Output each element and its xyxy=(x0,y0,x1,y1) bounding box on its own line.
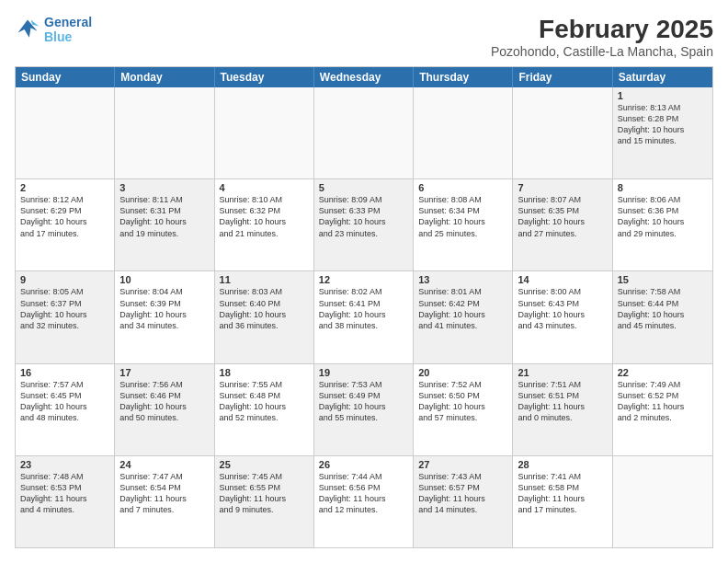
day-number: 17 xyxy=(119,367,209,378)
calendar-cell xyxy=(513,87,612,178)
calendar-cell: 27Sunrise: 7:43 AM Sunset: 6:57 PM Dayli… xyxy=(414,456,513,547)
cell-info: Sunrise: 8:01 AM Sunset: 6:42 PM Dayligh… xyxy=(418,286,507,331)
cell-info: Sunrise: 8:11 AM Sunset: 6:31 PM Dayligh… xyxy=(119,194,209,239)
day-headers: SundayMondayTuesdayWednesdayThursdayFrid… xyxy=(16,67,712,87)
week-row-3: 16Sunrise: 7:57 AM Sunset: 6:45 PM Dayli… xyxy=(16,363,712,455)
day-number: 24 xyxy=(119,459,209,470)
cell-info: Sunrise: 7:44 AM Sunset: 6:56 PM Dayligh… xyxy=(319,471,408,516)
header: General Blue February 2025 Pozohondo, Ca… xyxy=(15,15,713,59)
day-number: 10 xyxy=(119,274,209,285)
cell-info: Sunrise: 8:13 AM Sunset: 6:28 PM Dayligh… xyxy=(618,102,708,147)
calendar-cell xyxy=(314,87,414,178)
day-number: 22 xyxy=(618,367,708,378)
cell-info: Sunrise: 8:06 AM Sunset: 6:36 PM Dayligh… xyxy=(618,194,708,239)
calendar-cell: 23Sunrise: 7:48 AM Sunset: 6:53 PM Dayli… xyxy=(16,456,115,547)
day-number: 19 xyxy=(319,367,408,378)
calendar-cell xyxy=(115,87,214,178)
cell-info: Sunrise: 8:03 AM Sunset: 6:40 PM Dayligh… xyxy=(220,286,309,331)
calendar-cell: 5Sunrise: 8:09 AM Sunset: 6:33 PM Daylig… xyxy=(314,179,414,270)
day-header-sunday: Sunday xyxy=(16,67,115,87)
day-number: 20 xyxy=(418,367,507,378)
calendar-cell: 7Sunrise: 8:07 AM Sunset: 6:35 PM Daylig… xyxy=(513,179,612,270)
week-row-0: 1Sunrise: 8:13 AM Sunset: 6:28 PM Daylig… xyxy=(16,87,712,178)
day-number: 16 xyxy=(20,367,109,378)
calendar-cell: 21Sunrise: 7:51 AM Sunset: 6:51 PM Dayli… xyxy=(513,364,612,455)
cell-info: Sunrise: 7:58 AM Sunset: 6:44 PM Dayligh… xyxy=(618,286,708,331)
cell-info: Sunrise: 7:41 AM Sunset: 6:58 PM Dayligh… xyxy=(518,471,607,516)
calendar-cell: 22Sunrise: 7:49 AM Sunset: 6:52 PM Dayli… xyxy=(613,364,712,455)
day-number: 12 xyxy=(319,274,408,285)
day-number: 8 xyxy=(618,182,708,193)
calendar-cell: 24Sunrise: 7:47 AM Sunset: 6:54 PM Dayli… xyxy=(115,456,214,547)
calendar: SundayMondayTuesdayWednesdayThursdayFrid… xyxy=(15,66,713,548)
cell-info: Sunrise: 8:10 AM Sunset: 6:32 PM Dayligh… xyxy=(220,194,309,239)
cell-info: Sunrise: 7:48 AM Sunset: 6:53 PM Dayligh… xyxy=(20,471,109,516)
calendar-cell: 16Sunrise: 7:57 AM Sunset: 6:45 PM Dayli… xyxy=(16,364,115,455)
day-number: 13 xyxy=(418,274,507,285)
calendar-cell: 18Sunrise: 7:55 AM Sunset: 6:48 PM Dayli… xyxy=(215,364,314,455)
cell-info: Sunrise: 7:43 AM Sunset: 6:57 PM Dayligh… xyxy=(418,471,507,516)
calendar-cell xyxy=(613,456,712,547)
cell-info: Sunrise: 7:55 AM Sunset: 6:48 PM Dayligh… xyxy=(220,379,309,424)
calendar-cell: 28Sunrise: 7:41 AM Sunset: 6:58 PM Dayli… xyxy=(513,456,612,547)
day-header-wednesday: Wednesday xyxy=(314,67,414,87)
day-number: 4 xyxy=(220,182,309,193)
calendar-cell xyxy=(16,87,115,178)
cell-info: Sunrise: 8:02 AM Sunset: 6:41 PM Dayligh… xyxy=(319,286,408,331)
cell-info: Sunrise: 7:51 AM Sunset: 6:51 PM Dayligh… xyxy=(518,379,607,424)
day-number: 26 xyxy=(319,459,408,470)
calendar-cell: 1Sunrise: 8:13 AM Sunset: 6:28 PM Daylig… xyxy=(613,87,712,178)
day-number: 18 xyxy=(220,367,309,378)
calendar-cell: 10Sunrise: 8:04 AM Sunset: 6:39 PM Dayli… xyxy=(115,271,214,362)
day-number: 11 xyxy=(220,274,309,285)
calendar-cell: 6Sunrise: 8:08 AM Sunset: 6:34 PM Daylig… xyxy=(414,179,513,270)
cell-info: Sunrise: 7:53 AM Sunset: 6:49 PM Dayligh… xyxy=(319,379,408,424)
calendar-cell: 4Sunrise: 8:10 AM Sunset: 6:32 PM Daylig… xyxy=(215,179,314,270)
day-number: 3 xyxy=(119,182,209,193)
month-title: February 2025 xyxy=(491,15,713,44)
cell-info: Sunrise: 8:04 AM Sunset: 6:39 PM Dayligh… xyxy=(119,286,209,331)
calendar-cell: 8Sunrise: 8:06 AM Sunset: 6:36 PM Daylig… xyxy=(613,179,712,270)
svg-marker-0 xyxy=(18,20,38,38)
week-row-4: 23Sunrise: 7:48 AM Sunset: 6:53 PM Dayli… xyxy=(16,455,712,547)
cell-info: Sunrise: 7:57 AM Sunset: 6:45 PM Dayligh… xyxy=(20,379,109,424)
logo-icon xyxy=(15,17,40,42)
calendar-cell: 11Sunrise: 8:03 AM Sunset: 6:40 PM Dayli… xyxy=(215,271,314,362)
day-header-tuesday: Tuesday xyxy=(215,67,314,87)
cell-info: Sunrise: 7:47 AM Sunset: 6:54 PM Dayligh… xyxy=(119,471,209,516)
calendar-cell: 12Sunrise: 8:02 AM Sunset: 6:41 PM Dayli… xyxy=(314,271,414,362)
day-number: 25 xyxy=(220,459,309,470)
day-number: 23 xyxy=(20,459,109,470)
calendar-cell: 20Sunrise: 7:52 AM Sunset: 6:50 PM Dayli… xyxy=(414,364,513,455)
day-header-thursday: Thursday xyxy=(414,67,513,87)
day-header-saturday: Saturday xyxy=(613,67,712,87)
week-row-1: 2Sunrise: 8:12 AM Sunset: 6:29 PM Daylig… xyxy=(16,178,712,270)
cell-info: Sunrise: 7:56 AM Sunset: 6:46 PM Dayligh… xyxy=(119,379,209,424)
calendar-cell: 14Sunrise: 8:00 AM Sunset: 6:43 PM Dayli… xyxy=(513,271,612,362)
day-number: 6 xyxy=(418,182,507,193)
day-number: 5 xyxy=(319,182,408,193)
logo: General Blue xyxy=(15,15,92,44)
day-number: 7 xyxy=(518,182,607,193)
calendar-cell: 26Sunrise: 7:44 AM Sunset: 6:56 PM Dayli… xyxy=(314,456,414,547)
day-number: 9 xyxy=(20,274,109,285)
cell-info: Sunrise: 8:05 AM Sunset: 6:37 PM Dayligh… xyxy=(20,286,109,331)
logo-text: General Blue xyxy=(44,15,92,44)
day-number: 28 xyxy=(518,459,607,470)
day-header-friday: Friday xyxy=(513,67,612,87)
cell-info: Sunrise: 8:12 AM Sunset: 6:29 PM Dayligh… xyxy=(20,194,109,239)
calendar-cell: 25Sunrise: 7:45 AM Sunset: 6:55 PM Dayli… xyxy=(215,456,314,547)
calendar-cell: 15Sunrise: 7:58 AM Sunset: 6:44 PM Dayli… xyxy=(613,271,712,362)
calendar-cell: 9Sunrise: 8:05 AM Sunset: 6:37 PM Daylig… xyxy=(16,271,115,362)
day-number: 1 xyxy=(618,90,708,101)
cell-info: Sunrise: 8:07 AM Sunset: 6:35 PM Dayligh… xyxy=(518,194,607,239)
calendar-cell xyxy=(414,87,513,178)
calendar-cell: 17Sunrise: 7:56 AM Sunset: 6:46 PM Dayli… xyxy=(115,364,214,455)
cell-info: Sunrise: 7:52 AM Sunset: 6:50 PM Dayligh… xyxy=(418,379,507,424)
day-number: 21 xyxy=(518,367,607,378)
title-block: February 2025 Pozohondo, Castille-La Man… xyxy=(491,15,713,59)
day-number: 27 xyxy=(418,459,507,470)
cell-info: Sunrise: 7:49 AM Sunset: 6:52 PM Dayligh… xyxy=(618,379,708,424)
week-row-2: 9Sunrise: 8:05 AM Sunset: 6:37 PM Daylig… xyxy=(16,270,712,362)
day-number: 2 xyxy=(20,182,109,193)
